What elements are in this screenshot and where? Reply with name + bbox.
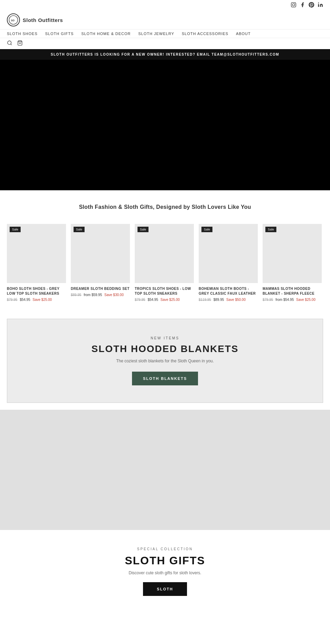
tagline-section: Sloth Fashion & Sloth Gifts, Designed by… xyxy=(0,190,330,221)
pinterest-icon[interactable] xyxy=(309,2,314,9)
price-sale-2: from $59.95 xyxy=(84,293,102,297)
icon-bar xyxy=(0,38,330,49)
logo-text: Sloth Outfitters xyxy=(23,17,63,23)
main-nav: SLOTH SHOES SLOTH GIFTS SLOTH HOME & DEC… xyxy=(0,30,330,38)
product-card-3[interactable]: Sale TROPICS SLOTH SHOES - LOW TOP SLOTH… xyxy=(135,224,194,302)
price-original-5: $79.95 xyxy=(263,298,273,302)
blankets-subtitle: The coziest sloth blankets for the Sloth… xyxy=(116,359,214,363)
price-sale-3: $54.95 xyxy=(147,298,158,302)
products-section: Sale BOHO SLOTH SHOES - GREY LOW TOP SLO… xyxy=(0,221,330,312)
price-original-1: $79.95 xyxy=(7,298,18,302)
price-original-3: $79.95 xyxy=(135,298,145,302)
svg-point-2 xyxy=(295,3,295,4)
product-image-4: Sale xyxy=(199,224,258,283)
product-title-1: BOHO SLOTH SHOES - GREY LOW TOP SLOTH SN… xyxy=(7,286,66,296)
special-collection-title: SLOTH GIFTS xyxy=(7,554,323,567)
hero-banner xyxy=(0,60,330,190)
blankets-title: SLOTH HOODED BLANKETS xyxy=(91,343,239,354)
search-icon[interactable] xyxy=(7,40,12,47)
product-image-2: Sale xyxy=(71,224,130,283)
logo-link[interactable]: SO Sloth Outfitters xyxy=(7,13,63,26)
blankets-banner: NEW ITEMS SLOTH HOODED BLANKETS The cozi… xyxy=(7,319,323,403)
product-pricing-5: $79.95 from $54.95 Save $25.00 xyxy=(263,298,322,302)
sale-badge-3: Sale xyxy=(138,227,148,232)
products-grid: Sale BOHO SLOTH SHOES - GREY LOW TOP SLO… xyxy=(3,224,327,302)
nav-sloth-gifts[interactable]: SLOTH GIFTS xyxy=(45,32,74,36)
price-sale-4: $89.95 xyxy=(213,298,224,302)
sale-badge-1: Sale xyxy=(10,227,21,232)
price-original-4: $119.95 xyxy=(199,298,211,302)
price-original-2: $89.95 xyxy=(71,293,81,297)
price-sale-1: $54.95 xyxy=(20,298,30,302)
nav-sloth-accessories[interactable]: SLOTH ACCESSORIES xyxy=(182,32,229,36)
nav-sloth-home-decor[interactable]: SLOTH HOME & DECOR xyxy=(81,32,131,36)
special-collection-label: SPECIAL COLLECTION xyxy=(7,547,323,551)
price-save-3: Save $25.00 xyxy=(161,298,180,302)
promo-image-area xyxy=(0,410,330,530)
svg-rect-0 xyxy=(291,2,296,7)
product-title-5: MAMMAS SLOTH HOODED BLANKET - SHERPA FLE… xyxy=(263,286,322,296)
sale-badge-4: Sale xyxy=(201,227,212,232)
price-sale-5: from $54.95 xyxy=(275,298,294,302)
product-card-4[interactable]: Sale BOHEMIAN SLOTH BOOTS - GREY CLASSIC… xyxy=(199,224,258,302)
announcement-bar: SLOTH OUTFITTERS IS LOOKING FOR A NEW OW… xyxy=(0,49,330,60)
svg-point-6 xyxy=(8,41,11,45)
special-collection: SPECIAL COLLECTION SLOTH GIFTS Discover … xyxy=(0,533,330,603)
price-save-2: Save $30.00 xyxy=(104,293,124,297)
sale-badge-2: Sale xyxy=(74,227,85,232)
svg-line-7 xyxy=(11,44,12,45)
special-collection-subtitle: Discover cute sloth gifts for sloth love… xyxy=(7,570,323,575)
product-card-1[interactable]: Sale BOHO SLOTH SHOES - GREY LOW TOP SLO… xyxy=(7,224,66,302)
nav-about[interactable]: ABOUT xyxy=(236,32,251,36)
product-title-3: TROPICS SLOTH SHOES - LOW TOP SLOTH SNEA… xyxy=(135,286,194,296)
product-card-2[interactable]: Sale DREAMER SLOTH BEDDING SET $89.95 fr… xyxy=(71,224,130,302)
product-pricing-3: $79.95 $54.95 Save $25.00 xyxy=(135,298,194,302)
linkedin-icon[interactable] xyxy=(318,2,323,9)
sale-badge-5: Sale xyxy=(265,227,276,232)
product-image-1: Sale xyxy=(7,224,66,283)
svg-point-3 xyxy=(318,2,319,3)
site-header: SO Sloth Outfitters xyxy=(0,11,330,30)
blankets-label: NEW ITEMS xyxy=(151,336,179,340)
tagline-text: Sloth Fashion & Sloth Gifts, Designed by… xyxy=(7,204,323,210)
product-image-3: Sale xyxy=(135,224,194,283)
price-save-5: Save $25.00 xyxy=(296,298,316,302)
product-pricing-1: $79.95 $54.95 Save $25.00 xyxy=(7,298,66,302)
special-collection-button[interactable]: SLOTH xyxy=(143,582,187,596)
cart-icon[interactable] xyxy=(17,40,23,47)
blankets-button[interactable]: SLOTH BLANKETS xyxy=(132,372,198,385)
svg-text:SO: SO xyxy=(11,19,15,22)
price-save-1: Save $25.00 xyxy=(33,298,52,302)
social-bar xyxy=(0,0,330,11)
nav-sloth-jewelry[interactable]: SLOTH JEWELRY xyxy=(138,32,174,36)
product-pricing-4: $119.95 $89.95 Save $50.00 xyxy=(199,298,258,302)
price-save-4: Save $50.00 xyxy=(226,298,245,302)
product-card-5[interactable]: Sale MAMMAS SLOTH HOODED BLANKET - SHERP… xyxy=(263,224,322,302)
nav-sloth-shoes[interactable]: SLOTH SHOES xyxy=(7,32,37,36)
product-image-5: Sale xyxy=(263,224,322,283)
instagram-icon[interactable] xyxy=(291,2,296,9)
product-title-2: DREAMER SLOTH BEDDING SET xyxy=(71,286,130,291)
product-title-4: BOHEMIAN SLOTH BOOTS - GREY CLASSIC FAUX… xyxy=(199,286,258,296)
facebook-icon[interactable] xyxy=(300,2,305,9)
product-pricing-2: $89.95 from $59.95 Save $30.00 xyxy=(71,293,130,297)
svg-point-1 xyxy=(293,4,295,6)
logo-icon: SO xyxy=(7,13,20,26)
